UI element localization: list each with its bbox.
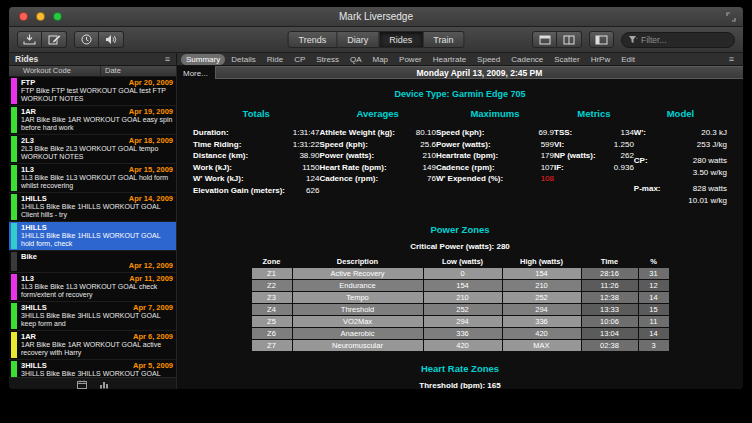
close-button[interactable] — [19, 12, 28, 21]
zone-cell: 12 — [639, 280, 669, 291]
minimize-button[interactable] — [36, 12, 45, 21]
column-date[interactable]: Date — [101, 66, 176, 76]
more-link[interactable]: More... — [177, 66, 215, 79]
list-column-header[interactable]: Workout Code Date — [9, 66, 176, 77]
main-toolbar: Trends Diary Rides Train — [9, 27, 743, 53]
download-icon — [23, 34, 36, 45]
tab-diary[interactable]: Diary — [337, 31, 379, 48]
tab-cadence[interactable]: Cadence — [506, 54, 548, 65]
ride-color-strip — [11, 361, 17, 377]
sidebar-toggle-button[interactable] — [589, 31, 614, 48]
tab-speed[interactable]: Speed — [472, 54, 505, 65]
column-workout-code[interactable]: Workout Code — [9, 66, 101, 76]
compose-button[interactable] — [42, 31, 67, 48]
tab-trends[interactable]: Trends — [288, 31, 338, 48]
ride-code: Bike — [21, 252, 37, 261]
zone-cell: 13:33 — [582, 304, 638, 315]
ride-list-item[interactable]: FTPApr 20, 2009 FTP Bike FTP test WORKOU… — [9, 77, 176, 106]
ride-list-item[interactable]: 3HILLSApr 7, 2009 3HILLS Bike Bike 3HILL… — [9, 302, 176, 331]
zone-header-cell: High (watts) — [503, 256, 581, 267]
metric-value: 179 — [541, 150, 554, 162]
sidebar-footer — [9, 377, 176, 390]
zoom-button[interactable] — [53, 12, 62, 21]
tab-label: Diary — [347, 35, 368, 45]
clock-button[interactable] — [74, 31, 99, 48]
sidebar-title: Rides — [15, 54, 165, 64]
tab-cp[interactable]: CP — [289, 54, 310, 65]
split-pane-icon — [563, 35, 575, 45]
ride-list-item[interactable]: BikeApr 12, 2009 — [9, 251, 176, 273]
zone-cell: 14 — [639, 328, 669, 339]
tab-qa[interactable]: QA — [345, 54, 367, 65]
tab-summary[interactable]: Summary — [181, 54, 225, 65]
maximums-section: Maximums Speed (kph):69.9 Power (watts):… — [436, 108, 554, 211]
ride-color-strip — [11, 107, 17, 133]
tab-hrpw[interactable]: HrPw — [586, 54, 616, 65]
tab-details[interactable]: Details — [226, 54, 260, 65]
ride-list-item[interactable]: 1ARApr 19, 2009 1AR Bike Bike 1AR WORKOU… — [9, 106, 176, 135]
metric-value: 262 — [620, 150, 633, 162]
tab-map[interactable]: Map — [368, 54, 394, 65]
ride-color-strip — [11, 332, 17, 358]
tab-ride[interactable]: Ride — [262, 54, 288, 65]
tools-group — [74, 31, 124, 48]
tab-label: Trends — [299, 35, 327, 45]
metric-label: Distance (km): — [193, 150, 299, 162]
download-button[interactable] — [17, 31, 42, 48]
tab-stress[interactable]: Stress — [311, 54, 344, 65]
layout-split-button[interactable] — [557, 31, 582, 48]
metric-value: 80.10 — [416, 127, 436, 139]
sidebar-header[interactable]: Rides ≡ — [9, 53, 177, 65]
zone-cell: 252 — [424, 304, 502, 315]
ride-list-item-selected[interactable]: 1HILLS 1HILLS Bike Bike 1HILLS WORKOUT G… — [9, 222, 176, 251]
ride-code: 1HILLS — [21, 223, 173, 232]
zone-cell: 14 — [639, 292, 669, 303]
zone-cell: Anaerobic — [293, 328, 423, 339]
filter-field[interactable] — [621, 32, 735, 48]
filter-input[interactable] — [641, 35, 719, 45]
filter-funnel-icon[interactable] — [628, 35, 638, 44]
zone-cell: Z5 — [252, 316, 292, 327]
tab-scatter[interactable]: Scatter — [549, 54, 584, 65]
ride-date: Apr 19, 2009 — [129, 107, 173, 116]
ride-code: 3HILLS — [21, 303, 133, 312]
ride-date: Apr 15, 2009 — [129, 165, 173, 174]
ride-description: 2L3 Bike Bike 2L3 WORKOUT GOAL tempo WOR… — [21, 145, 173, 161]
speaker-button[interactable] — [99, 31, 124, 48]
averages-section: Averages Athlete Weight (kg):80.10 Speed… — [319, 108, 435, 211]
layout-single-button[interactable] — [532, 31, 557, 48]
fullscreen-icon[interactable] — [726, 12, 736, 22]
tab-rides[interactable]: Rides — [379, 31, 423, 48]
traffic-lights — [19, 12, 62, 21]
chart-icon[interactable] — [99, 380, 109, 389]
tab-label: Rides — [389, 35, 412, 45]
zone-cell: Active Recovery — [293, 268, 423, 279]
tab-strip: Rides ≡ Summary Details Ride CP Stress Q… — [9, 53, 743, 66]
ride-list-item[interactable]: 1HILLSApr 14, 2009 1HILLS Bike Bike 1HIL… — [9, 193, 176, 222]
ride-list-item[interactable]: 3HILLSApr 5, 2009 3HILLS Bike Bike 3HILL… — [9, 360, 176, 377]
zone-cell: 13:04 — [582, 328, 638, 339]
title-bar[interactable]: Mark Liversedge — [9, 7, 743, 27]
metric-label: VI: — [554, 139, 614, 151]
tab-power[interactable]: Power — [394, 54, 427, 65]
ride-list-item[interactable]: 1L3Apr 11, 2009 1L3 Bike Bike 1L3 WORKOU… — [9, 273, 176, 302]
ride-list-item[interactable]: 2L3Apr 18, 2009 2L3 Bike Bike 2L3 WORKOU… — [9, 135, 176, 164]
ride-date: Apr 14, 2009 — [129, 194, 173, 203]
zone-header-cell: Low (watts) — [424, 256, 502, 267]
ride-list[interactable]: FTPApr 20, 2009 FTP Bike FTP test WORKOU… — [9, 77, 176, 377]
tab-train[interactable]: Train — [423, 31, 464, 48]
zone-cell: Z3 — [252, 292, 292, 303]
calendar-icon[interactable] — [77, 380, 87, 389]
ride-description: 3HILLS Bike Bike 3HILLS WORKOUT GOAL kee… — [21, 312, 173, 328]
ride-list-item[interactable]: 1ARApr 6, 2009 1AR Bike Bike 1AR WORKOUT… — [9, 331, 176, 360]
tab-heartrate[interactable]: Heartrate — [428, 54, 471, 65]
tab-edit[interactable]: Edit — [616, 54, 640, 65]
sidebar-panel-icon — [595, 35, 608, 45]
metric-label: W' Expended (%): — [436, 173, 541, 185]
totals-title: Totals — [193, 108, 319, 119]
zone-cell: Z2 — [252, 280, 292, 291]
sidebar-menu-icon[interactable]: ≡ — [165, 55, 170, 64]
metrics-section: Metrics TSS:134 VI:1.250 NP (watts):262 … — [554, 108, 634, 211]
ride-list-item[interactable]: 1L3Apr 15, 2009 1L3 Bike Bike 1L3 WORKOU… — [9, 164, 176, 193]
chart-tabs-menu-icon[interactable]: ≡ — [729, 55, 739, 64]
